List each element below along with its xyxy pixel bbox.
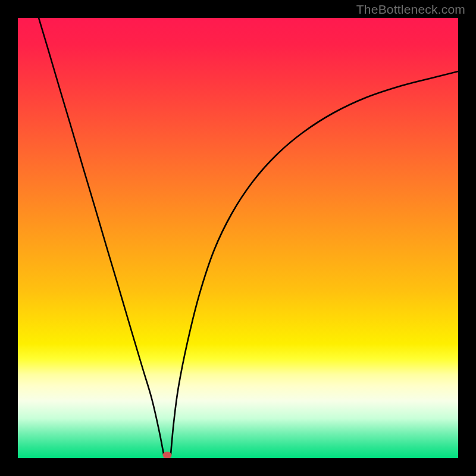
plot-area bbox=[18, 18, 458, 458]
curve-layer bbox=[18, 18, 458, 458]
chart-frame: TheBottleneck.com bbox=[0, 0, 476, 476]
watermark-text: TheBottleneck.com bbox=[356, 2, 465, 17]
minimum-marker bbox=[163, 452, 172, 458]
curve-left-branch bbox=[39, 18, 164, 454]
curve-right-branch bbox=[171, 71, 458, 454]
